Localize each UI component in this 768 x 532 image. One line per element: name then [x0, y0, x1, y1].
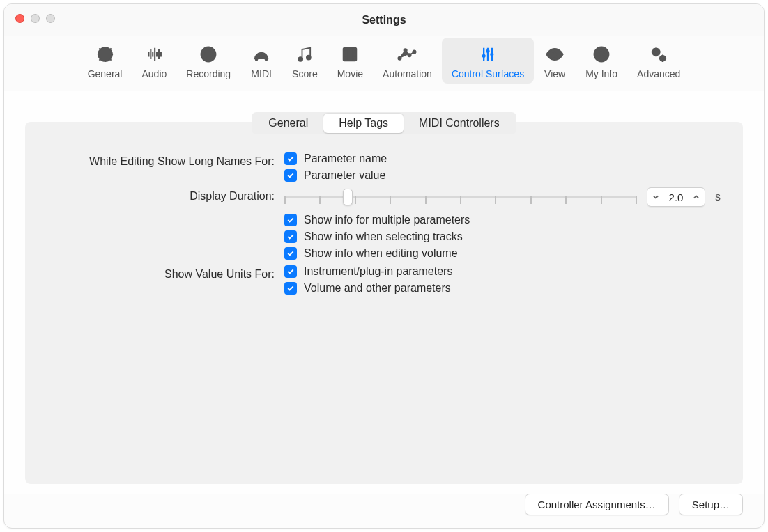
toolbar-item-recording[interactable]: Recording: [176, 38, 240, 84]
subtab-midi-controllers[interactable]: MIDI Controllers: [404, 114, 515, 133]
window-title: Settings: [362, 14, 406, 26]
minimize-window-button[interactable]: [31, 14, 40, 23]
chevron-up-icon[interactable]: [692, 193, 700, 201]
toolbar-label: My Info: [585, 68, 617, 79]
label-display-duration: Display Duration:: [47, 187, 284, 205]
svg-point-14: [408, 54, 411, 56]
content-area: General Help Tags MIDI Controllers While…: [4, 91, 764, 494]
waveform-icon: [143, 43, 165, 65]
display-duration-slider[interactable]: [284, 189, 637, 205]
toolbar-label: View: [544, 68, 565, 79]
toolbar-label: Recording: [186, 68, 231, 79]
settings-panel: While Editing Show Long Names For: Param…: [25, 122, 743, 484]
toolbar-item-score[interactable]: Score: [282, 38, 328, 84]
toolbar-item-movie[interactable]: Movie: [328, 38, 373, 84]
checkbox-label: Show info when editing volume: [304, 247, 458, 260]
checkbox-label: Volume and other parameters: [304, 282, 451, 295]
toolbar-item-control-surfaces[interactable]: Control Surfaces: [442, 38, 534, 84]
checkbox-parameter-value[interactable]: [284, 169, 297, 182]
toolbar-item-my-info[interactable]: My Info: [576, 38, 627, 84]
titlebar: Settings: [4, 4, 764, 36]
label-show-value-units: Show Value Units For:: [47, 265, 284, 283]
automation-icon: [396, 43, 418, 65]
svg-point-13: [404, 49, 407, 52]
checkbox-show-info-editing-volume[interactable]: [284, 247, 297, 260]
toolbar-item-audio[interactable]: Audio: [132, 38, 176, 84]
toolbar-item-general[interactable]: General: [78, 38, 132, 84]
svg-point-18: [490, 52, 493, 56]
record-icon: [197, 43, 220, 65]
svg-point-7: [256, 58, 258, 60]
gears-icon: [647, 43, 670, 65]
toolbar-label: Movie: [337, 68, 363, 79]
svg-point-16: [482, 54, 486, 58]
close-window-button[interactable]: [15, 14, 24, 23]
settings-window: Settings General Audio: [3, 3, 765, 529]
svg-point-23: [655, 51, 658, 54]
toolbar-item-automation[interactable]: Automation: [373, 38, 442, 84]
bottom-bar: Controller Assignments… Setup…: [4, 494, 764, 528]
checkbox-volume-other[interactable]: [284, 282, 297, 295]
checkbox-show-info-multiple[interactable]: [284, 214, 297, 226]
midi-icon: [250, 43, 272, 65]
toolbar-item-view[interactable]: View: [534, 38, 576, 84]
svg-point-6: [263, 56, 266, 58]
toolbar-label: Audio: [141, 68, 167, 79]
sliders-icon: [477, 43, 499, 65]
checkbox-label: Parameter name: [304, 152, 387, 165]
label-while-editing: While Editing Show Long Names For:: [47, 152, 284, 171]
toolbar-label: Score: [292, 68, 318, 79]
checkbox-show-info-selecting[interactable]: [284, 230, 297, 243]
filmstrip-icon: [339, 43, 361, 65]
checkbox-parameter-name[interactable]: [284, 152, 297, 165]
checkbox-label: Show info for multiple parameters: [304, 214, 470, 226]
setup-button[interactable]: Setup…: [679, 494, 743, 515]
eye-icon: [544, 43, 566, 65]
toolbar-label: Automation: [383, 68, 432, 79]
checkbox-label: Parameter value: [304, 169, 385, 182]
svg-point-3: [206, 51, 212, 57]
toolbar-label: Advanced: [637, 68, 680, 79]
svg-point-5: [257, 56, 259, 58]
checkbox-label: Show info when selecting tracks: [304, 230, 463, 243]
music-note-icon: [293, 43, 316, 65]
svg-point-9: [299, 57, 303, 61]
checkbox-label: Instrument/plug-in parameters: [304, 265, 452, 278]
subtab-control: General Help Tags MIDI Controllers: [252, 112, 516, 134]
unit-label: s: [715, 191, 721, 203]
checkbox-instrument-plugin[interactable]: [284, 265, 297, 278]
svg-point-1: [98, 47, 112, 61]
display-duration-value: 2.0: [666, 191, 686, 203]
toolbar-label: Control Surfaces: [452, 68, 524, 79]
chevron-down-icon[interactable]: [652, 193, 660, 201]
person-circle-icon: [590, 43, 613, 65]
svg-point-4: [261, 55, 263, 57]
toolbar-label: MIDI: [251, 68, 272, 79]
svg-point-12: [399, 57, 401, 60]
svg-point-19: [553, 52, 558, 57]
gear-icon: [94, 43, 116, 65]
window-controls: [15, 14, 55, 23]
svg-point-25: [662, 57, 664, 59]
svg-point-10: [307, 56, 311, 60]
zoom-window-button[interactable]: [46, 14, 55, 23]
display-duration-stepper[interactable]: 2.0: [647, 187, 705, 207]
subtab-general[interactable]: General: [253, 114, 323, 133]
settings-toolbar: General Audio Recording: [4, 36, 764, 91]
subtab-help-tags[interactable]: Help Tags: [323, 114, 404, 133]
svg-point-17: [486, 49, 489, 53]
toolbar-item-midi[interactable]: MIDI: [240, 38, 282, 84]
controller-assignments-button[interactable]: Controller Assignments…: [525, 494, 669, 515]
svg-point-21: [599, 50, 604, 55]
svg-point-15: [413, 50, 416, 53]
toolbar-item-advanced[interactable]: Advanced: [627, 38, 690, 84]
svg-point-8: [266, 58, 268, 60]
toolbar-label: General: [88, 68, 123, 79]
